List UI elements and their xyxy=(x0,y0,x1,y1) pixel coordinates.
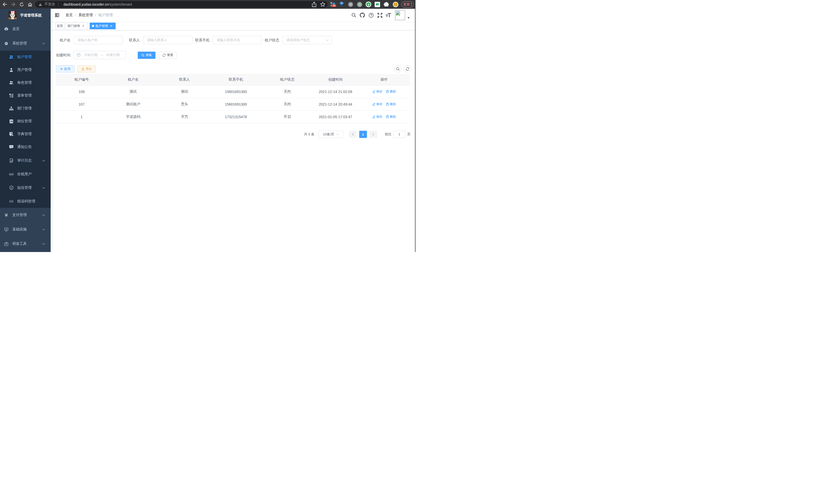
svg-text:y: y xyxy=(368,3,370,6)
svg-text:⌘: ⌘ xyxy=(349,3,352,6)
